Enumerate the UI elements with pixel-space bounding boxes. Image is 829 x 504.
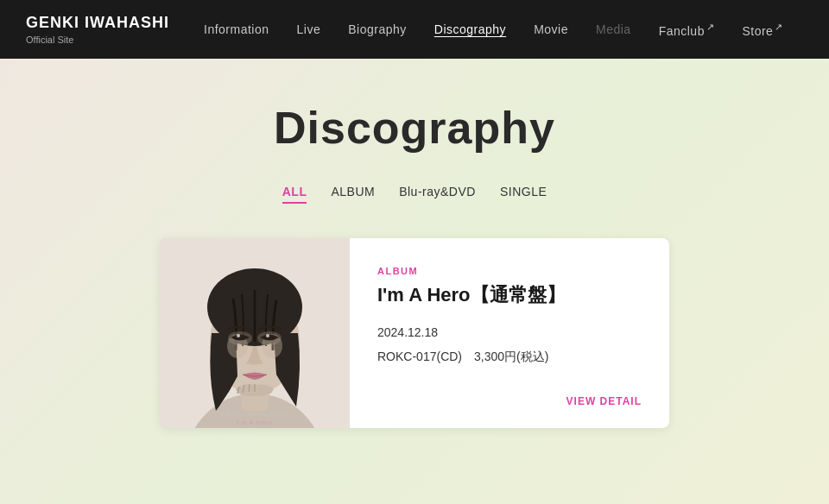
- main-nav: Information Live Biography Discography M…: [204, 22, 803, 38]
- svg-point-10: [266, 334, 269, 337]
- album-info: ALBUM I'm A Hero【通常盤】 2024.12.18 ROKC-01…: [350, 238, 669, 428]
- filter-tab-album[interactable]: ALBUM: [331, 185, 375, 204]
- filter-tab-bluray[interactable]: Blu-ray&DVD: [399, 185, 476, 204]
- nav-live[interactable]: Live: [297, 22, 321, 36]
- album-type-label: ALBUM: [377, 266, 642, 276]
- svg-point-9: [237, 334, 240, 337]
- nav-media[interactable]: Media: [596, 22, 631, 36]
- album-title: I'm A Hero【通常盤】: [377, 283, 642, 308]
- site-header: GENKI IWAHASHI Official Site Information…: [0, 0, 829, 59]
- filter-tab-single[interactable]: SINGLE: [500, 185, 547, 204]
- album-cover-image: GENKI IWAHASHI I'm A Hero: [160, 238, 350, 428]
- site-title: GENKI IWAHASHI: [26, 14, 169, 33]
- album-card[interactable]: GENKI IWAHASHI I'm A Hero ALBUM I'm A He…: [160, 238, 669, 428]
- nav-information[interactable]: Information: [204, 22, 269, 36]
- nav-store[interactable]: Store: [742, 22, 782, 38]
- svg-text:GENKI IWAHASHI: GENKI IWAHASHI: [221, 412, 288, 417]
- svg-text:I'm A Hero: I'm A Hero: [237, 419, 273, 425]
- album-date: 2024.12.18: [377, 325, 642, 339]
- nav-biography[interactable]: Biography: [348, 22, 407, 36]
- nav-discography[interactable]: Discography: [434, 22, 506, 36]
- view-detail-button[interactable]: VIEW DETAIL: [566, 395, 642, 407]
- nav-fanclub[interactable]: Fanclub: [659, 22, 715, 38]
- filter-tabs: ALL ALBUM Blu-ray&DVD SINGLE: [0, 185, 829, 204]
- site-subtitle: Official Site: [26, 35, 169, 45]
- filter-tab-all[interactable]: ALL: [282, 185, 307, 204]
- album-cover: GENKI IWAHASHI I'm A Hero: [160, 238, 350, 428]
- nav-movie[interactable]: Movie: [534, 22, 568, 36]
- site-branding: GENKI IWAHASHI Official Site: [26, 14, 169, 45]
- album-catalog: ROKC-017(CD) 3,300円(税込): [377, 350, 642, 365]
- page-title: Discography: [0, 102, 829, 154]
- card-container: GENKI IWAHASHI I'm A Hero ALBUM I'm A He…: [134, 238, 695, 428]
- main-content: Discography ALL ALBUM Blu-ray&DVD SINGLE: [0, 59, 829, 504]
